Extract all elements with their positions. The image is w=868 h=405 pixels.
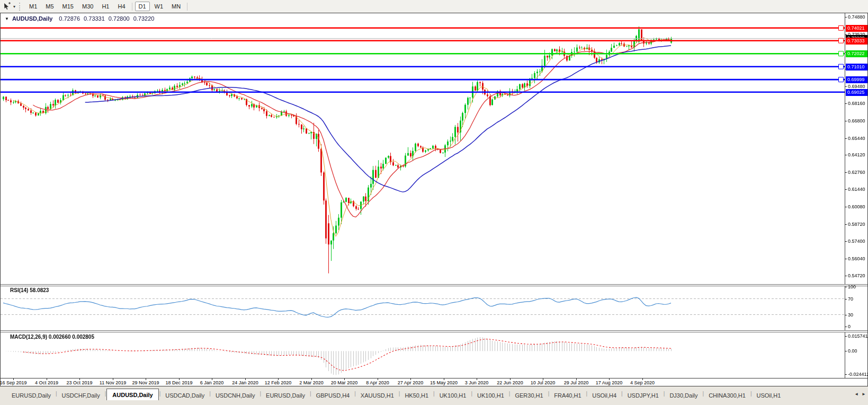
toolbar-separator bbox=[132, 3, 132, 11]
toolbar-separator bbox=[187, 3, 187, 11]
timeframe-button-h4[interactable]: H4 bbox=[114, 2, 129, 11]
axis-tick-mark bbox=[845, 138, 847, 139]
tab-audusd-daily[interactable]: AUDUSD,Daily bbox=[106, 389, 158, 400]
level-price-badge[interactable]: 0.72022 bbox=[846, 50, 867, 57]
axis-tick-label: 0.56040 bbox=[848, 256, 865, 262]
chart-tabs: EURUSD,Daily|USDCHF,Daily|AUDUSD,Daily|U… bbox=[0, 386, 868, 400]
axis-tick-label: 0.62760 bbox=[848, 170, 865, 175]
tab-scroll-left-icon[interactable]: ◄ bbox=[854, 392, 858, 397]
axis-tick-label: 0.64120 bbox=[848, 152, 865, 158]
tab-dj30-daily[interactable]: DJ30,Daily bbox=[665, 390, 702, 400]
tab-scroll-controls: ◄ ► bbox=[854, 392, 866, 397]
tab-gbpusd-h4[interactable]: GBPUSD,H4 bbox=[312, 390, 354, 400]
timeframe-button-m30[interactable]: M30 bbox=[78, 2, 97, 11]
level-price-badge[interactable]: 0.71010 bbox=[846, 64, 867, 71]
axis-tick-label: 100 bbox=[848, 284, 856, 290]
axis-tick-label: 0 bbox=[848, 324, 851, 330]
level-price-badge[interactable]: 0.69025 bbox=[846, 89, 867, 96]
tab-usdcad-daily[interactable]: USDCAD,Daily bbox=[161, 390, 209, 400]
mt4-terminal-window: ▾ M1M5M15M30H1H4D1W1MN ▼ AUDUSD,Daily 0.… bbox=[0, 0, 868, 405]
axis-tick-label: 70 bbox=[848, 296, 853, 302]
chart-window: ▼ AUDUSD,Daily 0.72876 0.73331 0.72800 0… bbox=[0, 13, 868, 386]
axis-tick-mark bbox=[845, 172, 847, 173]
tab-fra40-h1[interactable]: FRA40,H1 bbox=[550, 390, 585, 400]
level-price-badge[interactable]: 0.74021 bbox=[846, 25, 867, 32]
axis-tick-mark bbox=[845, 224, 847, 225]
price-axis[interactable]: 0.748800.735200.721600.708400.694800.681… bbox=[845, 13, 868, 378]
tab-usdchf-daily[interactable]: USDCHF,Daily bbox=[58, 390, 104, 400]
tab-uk100-h1[interactable]: UK100,H1 bbox=[473, 390, 508, 400]
axis-tick-mark bbox=[845, 207, 847, 207]
timeframe-button-m5[interactable]: M5 bbox=[42, 2, 57, 11]
axis-tick-mark bbox=[845, 121, 847, 121]
axis-tick-mark bbox=[845, 287, 847, 287]
axis-tick-label: 0.68160 bbox=[848, 101, 865, 107]
tab-usdjpy-h1[interactable]: USDJPY,H1 bbox=[623, 390, 663, 400]
axis-tick-label: 0.00 bbox=[848, 348, 857, 354]
timeframe-button-h1[interactable]: H1 bbox=[98, 2, 113, 11]
axis-tick-label: 0.57400 bbox=[848, 239, 865, 244]
axis-tick-mark bbox=[845, 315, 847, 315]
axis-tick-label: 0.61440 bbox=[848, 187, 865, 192]
axis-tick-mark bbox=[845, 351, 847, 351]
macd-indicator-label: MACD(12,26,9) 0.002660 0.002805 bbox=[10, 334, 94, 340]
axis-tick-mark bbox=[845, 241, 847, 242]
axis-tick-label: 0.66800 bbox=[848, 118, 865, 124]
axis-tick-mark bbox=[845, 374, 847, 375]
pane-splitter-macd[interactable] bbox=[1, 330, 867, 332]
ohlc-high-value: 0.73331 bbox=[84, 15, 105, 22]
ohlc-low-value: 0.72800 bbox=[109, 15, 130, 22]
axis-tick-label: 30 bbox=[848, 312, 853, 318]
tab-usoil-h4[interactable]: USOil,H4 bbox=[588, 390, 621, 400]
rsi-indicator-label: RSI(14) 58.0823 bbox=[10, 287, 49, 293]
axis-tick-mark bbox=[845, 299, 847, 300]
ohlc-open-value: 0.72876 bbox=[59, 15, 80, 22]
pane-splitter-rsi[interactable] bbox=[1, 284, 867, 286]
timeframe-button-m15[interactable]: M15 bbox=[59, 2, 77, 11]
axis-tick-mark bbox=[845, 86, 847, 87]
axis-tick-mark bbox=[845, 189, 847, 190]
axis-tick-label: 0.015741 bbox=[848, 333, 868, 339]
axis-tick-mark bbox=[845, 327, 847, 327]
axis-tick-mark bbox=[845, 155, 847, 155]
ohlc-close-value: 0.73220 bbox=[133, 15, 155, 22]
axis-tick-label: 0.54720 bbox=[848, 273, 865, 279]
timeframe-button-w1[interactable]: W1 bbox=[151, 2, 167, 11]
tab-uk100-h1[interactable]: UK100,H1 bbox=[435, 390, 471, 400]
axis-tick-mark bbox=[845, 17, 847, 17]
tab-eurusd-daily[interactable]: EURUSD,Daily bbox=[262, 390, 309, 400]
time-axis[interactable]: 16 Sep 20194 Oct 201923 Oct 201911 Nov 2… bbox=[1, 378, 845, 387]
chart-plot-area[interactable] bbox=[1, 13, 845, 378]
level-price-badge[interactable]: 0.69999 bbox=[846, 76, 867, 83]
tab-ger30-h1[interactable]: GER30,H1 bbox=[511, 390, 547, 400]
tab-usdcnh-daily[interactable]: USDCNH,Daily bbox=[211, 390, 259, 400]
axis-tick-label: 0.60080 bbox=[848, 204, 865, 210]
axis-tick-label: 0.58720 bbox=[848, 222, 865, 227]
chart-tab-bar: EURUSD,Daily|USDCHF,Daily|AUDUSD,Daily|U… bbox=[0, 386, 868, 405]
timeframe-button-mn[interactable]: MN bbox=[168, 2, 184, 11]
chart-title: ▼ AUDUSD,Daily 0.72876 0.73331 0.72800 0… bbox=[5, 15, 158, 22]
axis-tick-mark bbox=[845, 259, 847, 259]
chart-collapse-icon[interactable]: ▼ bbox=[5, 16, 9, 21]
date-tick-label: 4 Sep 2020 bbox=[620, 380, 665, 385]
axis-tick-label: 0.65440 bbox=[848, 136, 865, 142]
timeframe-button-d1[interactable]: D1 bbox=[135, 2, 150, 11]
chart-symbol-label: AUDUSD,Daily bbox=[12, 15, 52, 22]
tab-xauusd-h1[interactable]: XAUUSD,H1 bbox=[356, 390, 398, 400]
tab-eurusd-daily[interactable]: EURUSD,Daily bbox=[7, 390, 55, 400]
axis-tick-mark bbox=[845, 103, 847, 104]
tab-hk50-h1[interactable]: HK50,H1 bbox=[400, 390, 433, 400]
tab-scroll-right-icon[interactable]: ► bbox=[862, 392, 866, 397]
level-price-badge[interactable]: 0.73033 bbox=[846, 38, 867, 45]
tab-china300-h1[interactable]: CHINA300,H1 bbox=[704, 390, 750, 400]
timeframe-buttons: M1M5M15M30H1H4D1W1MN bbox=[25, 2, 190, 11]
axis-tick-label: 0.74880 bbox=[848, 14, 865, 20]
toolbar: ▾ M1M5M15M30H1H4D1W1MN bbox=[0, 0, 868, 13]
crosshair-tool-icon[interactable] bbox=[3, 2, 12, 11]
timeframe-button-m1[interactable]: M1 bbox=[25, 2, 41, 11]
axis-tick-label: -0.024412 bbox=[848, 372, 868, 377]
tool-dropdown-caret-icon[interactable]: ▾ bbox=[13, 4, 15, 9]
axis-tick-mark bbox=[845, 276, 847, 276]
tab-usoil-h1[interactable]: USOil,H1 bbox=[752, 390, 785, 400]
toolbar-grip bbox=[19, 3, 21, 11]
